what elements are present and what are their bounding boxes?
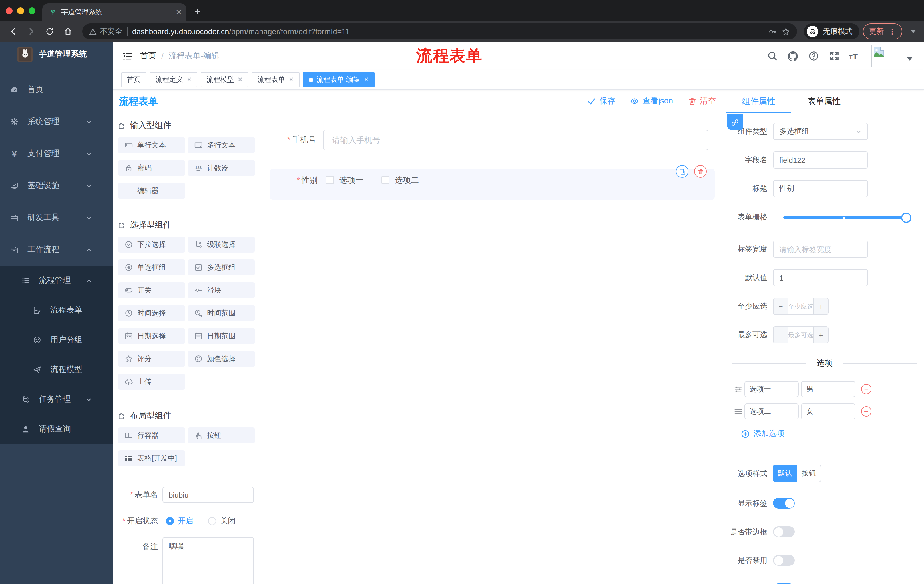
sidebar-item-task-mgmt[interactable]: 任务管理 — [0, 385, 113, 414]
sidebar-fold-icon[interactable] — [122, 51, 132, 61]
style-button-button[interactable]: 按钮 — [797, 465, 821, 482]
slider-handle[interactable] — [901, 212, 911, 223]
bookmark-star-icon[interactable] — [782, 27, 790, 36]
label-width-input[interactable] — [773, 240, 868, 258]
clear-button[interactable]: 清空 — [688, 96, 716, 106]
palette-item-counter[interactable]: 123计数器 — [188, 160, 255, 176]
sidebar-item-process-form[interactable]: 流程表单 — [0, 295, 113, 325]
checkbox-option[interactable]: 选项二 — [382, 174, 419, 186]
duplicate-field-button[interactable] — [676, 165, 688, 178]
reload-icon[interactable] — [42, 24, 57, 39]
canvas-field-phone[interactable]: *手机号 — [260, 130, 726, 150]
browser-menu-icon[interactable]: ⋮ — [889, 27, 896, 36]
tag-流程定义[interactable]: 流程定义✕ — [150, 72, 197, 87]
tag-close-icon[interactable]: ✕ — [289, 76, 294, 84]
sidebar-item-user-group[interactable]: 用户分组 — [0, 325, 113, 355]
home-icon[interactable] — [61, 24, 76, 39]
close-window-button[interactable] — [6, 7, 13, 14]
palette-item-text-field[interactable]: 单行文本 — [118, 137, 185, 153]
tag-流程表单[interactable]: 流程表单✕ — [252, 72, 299, 87]
tab-component-props[interactable]: 组件属性 — [726, 96, 791, 107]
browser-caret-icon[interactable] — [910, 30, 916, 33]
form-grid-slider[interactable] — [783, 209, 910, 226]
new-tab-button[interactable]: + — [195, 6, 200, 18]
font-size-icon[interactable]: TT — [849, 51, 858, 61]
sidebar-item-leave-query[interactable]: 请假查询 — [0, 414, 113, 444]
palette-item-rate[interactable]: 评分 — [118, 351, 185, 367]
github-icon[interactable] — [787, 50, 799, 62]
sidebar-item-workflow[interactable]: 工作流程 — [0, 234, 113, 266]
save-button[interactable]: 保存 — [587, 96, 615, 106]
fullscreen-icon[interactable] — [828, 50, 840, 62]
breadcrumb-home[interactable]: 首页 — [140, 51, 156, 61]
palette-item-editor[interactable]: 编辑器 — [118, 183, 185, 199]
remove-option-button[interactable] — [861, 406, 871, 416]
palette-item-password[interactable]: 密码 — [118, 160, 185, 176]
palette-item-radio-group[interactable]: 单选框组 — [118, 260, 185, 275]
help-icon[interactable] — [808, 50, 819, 62]
palette-item-date-range[interactable]: 日期范围 — [188, 328, 255, 344]
tab-form-props[interactable]: 表单属性 — [791, 96, 856, 107]
palette-item-upload[interactable]: 上传 — [118, 374, 185, 390]
back-icon[interactable] — [6, 24, 21, 39]
tag-流程表单-编辑[interactable]: 流程表单-编辑✕ — [303, 72, 374, 87]
minimize-window-button[interactable] — [17, 7, 24, 14]
browser-update-button[interactable]: 更新 ⋮ — [863, 23, 902, 39]
maximize-window-button[interactable] — [29, 7, 35, 14]
palette-item-dropdown[interactable]: 下拉选择 — [118, 237, 185, 253]
palette-item-color[interactable]: 颜色选择 — [188, 351, 255, 367]
checkbox-option[interactable]: 选项一 — [326, 174, 363, 186]
phone-input[interactable] — [323, 130, 708, 150]
toggle-disabled[interactable] — [773, 555, 795, 566]
address-bar[interactable]: 不安全 dashboard.yudao.iocoder.cn/bpm/manag… — [82, 23, 797, 39]
decrease-button[interactable]: − — [774, 298, 789, 314]
increase-button[interactable]: + — [813, 327, 828, 343]
palette-item-button[interactable]: 按钮 — [188, 428, 255, 443]
radio-status-on[interactable]: 开启 — [166, 516, 193, 526]
sidebar-item-process-mgmt[interactable]: 流程管理 — [0, 266, 113, 295]
link-handle[interactable] — [727, 114, 743, 130]
search-icon[interactable] — [766, 50, 778, 62]
palette-item-slider[interactable]: 滑块 — [188, 282, 255, 298]
toggle-show-label[interactable] — [773, 498, 795, 508]
sidebar-item-devtools[interactable]: 研发工具 — [0, 202, 113, 234]
sidebar-item-home[interactable]: 首页 — [0, 74, 113, 106]
remark-textarea[interactable]: 嘿嘿 — [162, 537, 254, 584]
tab-close-icon[interactable]: ✕ — [175, 8, 182, 16]
delete-field-button[interactable] — [694, 165, 707, 178]
option-label-input[interactable] — [744, 381, 799, 397]
form-name-input[interactable] — [162, 487, 254, 503]
palette-item-cascader[interactable]: 级联选择 — [188, 237, 255, 253]
sidebar-item-infra[interactable]: 基础设施 — [0, 170, 113, 202]
toggle-with-border[interactable] — [773, 526, 795, 537]
palette-item-switch[interactable]: 开关 — [118, 282, 185, 298]
tag-close-icon[interactable]: ✕ — [186, 76, 191, 84]
tag-close-icon[interactable]: ✕ — [237, 76, 243, 84]
default-value-input[interactable] — [773, 269, 868, 286]
browser-tab[interactable]: 芋道管理系统 ✕ — [42, 3, 186, 21]
field-name-input[interactable] — [773, 151, 868, 169]
decrease-button[interactable]: − — [774, 327, 789, 343]
increase-button[interactable]: + — [813, 298, 828, 314]
option-value-input[interactable] — [801, 381, 855, 397]
password-key-icon[interactable] — [769, 27, 777, 36]
sidebar-item-payment[interactable]: ¥支付管理 — [0, 138, 113, 170]
palette-item-time[interactable]: 时间选择 — [118, 305, 185, 321]
palette-item-checkbox-group[interactable]: 多选框组 — [188, 260, 255, 275]
avatar[interactable] — [871, 44, 894, 67]
drag-handle-icon[interactable] — [734, 408, 742, 415]
forward-icon[interactable] — [24, 24, 39, 39]
component-type-select[interactable]: 多选框组 — [773, 123, 868, 140]
drag-handle-icon[interactable] — [734, 385, 742, 393]
remove-option-button[interactable] — [861, 384, 871, 394]
user-menu-caret-icon[interactable] — [907, 57, 912, 61]
palette-item-time-range[interactable]: 时间范围 — [188, 305, 255, 321]
option-value-input[interactable] — [801, 403, 855, 419]
sidebar-item-process-model[interactable]: 流程模型 — [0, 355, 113, 385]
view-json-button[interactable]: 查看json — [630, 96, 673, 106]
palette-item-table[interactable]: 表格[开发中] — [118, 450, 185, 466]
tag-首页[interactable]: 首页 — [121, 72, 146, 87]
canvas-field-gender-selected[interactable]: *性别 选项一选项二 — [270, 169, 715, 200]
style-default-button[interactable]: 默认 — [773, 465, 797, 482]
tag-close-icon[interactable]: ✕ — [363, 76, 368, 84]
